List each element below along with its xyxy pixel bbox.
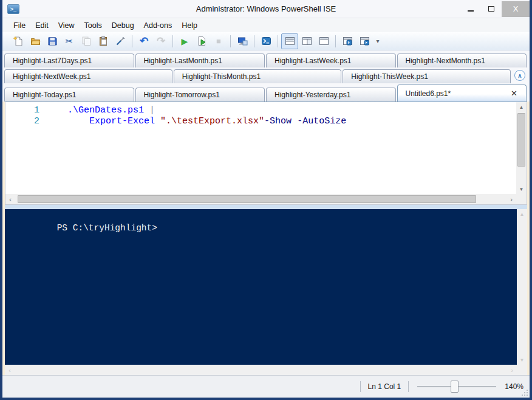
menu-view[interactable]: View [53,19,80,32]
tab-label: Highlight-Today.ps1 [13,91,77,99]
tab-highlight-thisweek-ps1[interactable]: Highlight-ThisWeek.ps1 [343,69,511,83]
show-script-pane-maximized-icon[interactable] [315,33,332,49]
code-token-string: ".\testExport.xlsx" [160,116,264,126]
tab-highlight-nextmonth-ps1[interactable]: Highlight-NextMonth.ps1 [397,53,527,67]
zoom-slider-thumb[interactable] [451,381,459,393]
line-number: 1 [5,105,43,116]
code-token-plain [155,116,160,126]
console-vertical-scrollbar[interactable]: ▲ ▼ [517,209,527,365]
cursor-position: Ln 1 Col 1 [368,382,401,391]
new-remote-powershell-tab-icon[interactable] [234,33,251,49]
code-token-command: .\GenDates.ps1 [67,105,144,116]
tab-label: Highlight-Last7Days.ps1 [13,57,92,65]
close-button[interactable]: X [502,1,530,17]
zoom-slider[interactable] [417,381,496,393]
console-scroll-down-icon[interactable]: ▼ [517,355,527,365]
tab-row: Highlight-Last7Days.ps1Highlight-LastMon… [4,52,528,67]
menu-edit[interactable]: Edit [30,19,53,32]
code-token-plain [292,116,297,126]
console-scroll-up-icon[interactable]: ▲ [517,209,527,219]
tab-untitled6-ps1-[interactable]: Untitled6.ps1*✕ [397,84,527,102]
editor-scroll-corner [516,194,527,204]
tab-scroll-up-button[interactable]: ∧ [514,70,525,81]
scroll-down-arrow-icon[interactable]: ▼ [516,184,527,194]
run-selection-icon[interactable] [193,33,210,49]
scroll-right-arrow-icon[interactable]: › [506,196,516,203]
tab-row: Highlight-NextWeek.ps1Highlight-ThisMont… [4,67,528,83]
tab-highlight-yesterday-ps1[interactable]: Highlight-Yesterday.ps1 [266,88,396,102]
code-token-parameter: -Show [264,116,292,126]
toolbar-separator [254,35,254,47]
tab-label: Highlight-LastWeek.ps1 [275,57,352,65]
console-pane[interactable]: PS C:\tryHighlight> [5,209,517,365]
scroll-up-arrow-icon[interactable]: ▲ [516,102,527,112]
menu-debug[interactable]: Debug [107,19,139,32]
minimize-button[interactable] [460,2,481,16]
cut-icon[interactable]: ✂ [61,33,78,49]
menu-bar: FileEditViewToolsDebugAdd-onsHelp [2,18,530,32]
menu-add-ons[interactable]: Add-ons [139,19,177,32]
save-script-icon[interactable] [44,33,61,49]
console-scroll-corner [517,365,527,375]
window-title: Administrator: Windows PowerShell ISE [2,4,530,13]
show-script-pane-top-icon[interactable] [281,33,298,49]
code-line: 1.\GenDates.ps1 | [5,105,516,116]
editor-vertical-scrollbar[interactable]: ▲ ▼ [516,102,527,194]
clear-console-pane-icon[interactable] [112,33,129,49]
tab-label: Highlight-Yesterday.ps1 [275,91,350,99]
tab-label: Highlight-LastMonth.ps1 [144,57,222,65]
open-script-icon[interactable] [27,33,44,49]
editor-hscroll-thumb[interactable] [18,195,476,203]
start-powershell-exe-icon[interactable] [257,33,275,49]
tab-close-icon[interactable]: ✕ [507,89,521,98]
console-scroll-right-icon[interactable]: › [507,367,517,374]
toolbar: ✂↶↷▶■▾ [2,32,530,50]
console-horizontal-scrollbar[interactable]: ‹ › [5,365,517,375]
scroll-left-arrow-icon[interactable]: ‹ [5,196,15,203]
menu-file[interactable]: File [9,19,30,32]
script-pane: 1.\GenDates.ps1 |2 Export-Excel ".\testE… [5,102,527,205]
code-token-operator: | [149,105,155,116]
code-token-command: Export-Excel [89,116,155,126]
new-script-icon[interactable] [10,33,27,49]
editor-vscroll-thumb[interactable] [517,113,525,167]
undo-icon[interactable]: ↶ [135,33,152,49]
tab-label: Highlight-Tomorrow.ps1 [144,91,220,99]
redo-icon: ↷ [152,33,169,49]
resize-grip-icon[interactable] [527,395,528,396]
tab-row: Highlight-Today.ps1Highlight-Tomorrow.ps… [4,83,528,102]
toolbar-separator [172,35,173,47]
menu-tools[interactable]: Tools [80,19,107,32]
code-text: .\GenDates.ps1 | [67,105,155,116]
tab-highlight-thismonth-ps1[interactable]: Highlight-ThisMonth.ps1 [174,69,342,83]
tab-highlight-tomorrow-ps1[interactable]: Highlight-Tomorrow.ps1 [135,88,265,102]
pane-splitter[interactable] [5,205,527,209]
copy-icon [78,33,95,49]
script-editor[interactable]: 1.\GenDates.ps1 |2 Export-Excel ".\testE… [5,102,516,194]
code-token-plain [67,116,89,126]
script-tab-strip: Highlight-Last7Days.ps1Highlight-LastMon… [2,50,530,102]
code-line: 2 Export-Excel ".\testExport.xlsx"-Show … [5,116,516,127]
powershell-tab-window-icon[interactable] [356,33,373,49]
editor-horizontal-scrollbar[interactable]: ‹ › [5,194,516,204]
maximize-button[interactable] [481,2,502,16]
tab-highlight-last7days-ps1[interactable]: Highlight-Last7Days.ps1 [4,53,134,67]
tab-highlight-lastmonth-ps1[interactable]: Highlight-LastMonth.ps1 [135,53,265,67]
statusbar-separator [408,381,409,392]
title-bar: >_ Administrator: Windows PowerShell ISE… [2,0,530,18]
stop-operation-icon: ■ [210,33,227,49]
code-token-plain [144,105,149,116]
show-script-pane-right-icon[interactable] [298,33,315,49]
tab-highlight-nextweek-ps1[interactable]: Highlight-NextWeek.ps1 [4,69,172,83]
menu-help[interactable]: Help [177,19,202,32]
tab-highlight-lastweek-ps1[interactable]: Highlight-LastWeek.ps1 [266,53,396,67]
run-script-icon[interactable]: ▶ [176,33,193,49]
tab-label: Untitled6.ps1* [406,89,451,98]
code-token-parameter: -AutoSize [297,116,346,126]
line-number: 2 [5,116,43,127]
console-scroll-left-icon[interactable]: ‹ [5,367,15,374]
new-powershell-tab-icon[interactable] [339,33,356,49]
toolbar-overflow-icon[interactable]: ▾ [373,33,383,49]
paste-icon[interactable] [95,33,112,49]
tab-highlight-today-ps1[interactable]: Highlight-Today.ps1 [4,88,134,102]
